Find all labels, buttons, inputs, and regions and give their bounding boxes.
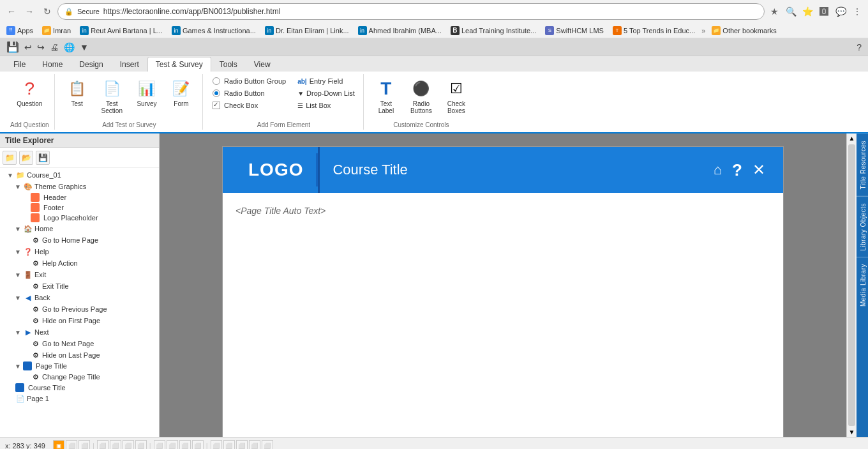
status-icon-11[interactable]: ⬜ [192, 440, 204, 450]
status-icon-15[interactable]: ⬜ [249, 440, 260, 450]
tree-item-hide-last[interactable]: ⚙ Hide on Last Page [1, 349, 158, 361]
tab-file[interactable]: File [5, 57, 34, 72]
status-icon-13[interactable]: ⬜ [223, 440, 235, 450]
list-box-button[interactable]: ☰ List Box [294, 100, 358, 111]
secure-label: Secure [77, 8, 100, 15]
qa-print[interactable]: 🖨 [49, 41, 60, 54]
tree-item-next[interactable]: ▼ ▶ Next [1, 326, 158, 338]
form-button[interactable]: 📝 Form [165, 75, 197, 110]
office-icon[interactable]: 🅾 [817, 4, 831, 19]
tree-item-hide-first[interactable]: ⚙ Hide on First Page [1, 315, 158, 326]
qa-web[interactable]: 🌐 [63, 41, 76, 54]
menu-icon[interactable]: ⋮ [850, 4, 864, 19]
tree-item-page-1[interactable]: 📄 Page 1 [1, 393, 158, 404]
status-icon-3[interactable]: ⬜ [79, 440, 90, 450]
status-icon-12[interactable]: ⬜ [211, 440, 222, 450]
more-bookmarks[interactable]: » [701, 27, 705, 34]
bookmark-ahmed[interactable]: in Ahmed Ibrahim (MBA... [355, 26, 444, 36]
tab-tools[interactable]: Tools [211, 57, 246, 72]
help-header-icon[interactable]: ? [732, 160, 742, 180]
status-icon-2[interactable]: ⬜ [66, 440, 77, 450]
home-header-icon[interactable]: ⌂ [714, 162, 722, 178]
other-bookmarks[interactable]: 📁 Other bookmarks [709, 26, 779, 36]
tree-item-help[interactable]: ▼ ❓ Help [1, 246, 158, 257]
tab-design[interactable]: Design [71, 57, 111, 72]
status-icon-10[interactable]: ⬜ [179, 440, 191, 450]
tab-insert[interactable]: Insert [112, 57, 147, 72]
bookmark-eitan[interactable]: in Dr. Eitan Eliram | Link... [262, 26, 352, 36]
tab-test-survey[interactable]: Test & Survey [147, 57, 211, 72]
tree-item-go-prev[interactable]: ⚙ Go to Previous Page [1, 303, 158, 315]
qa-help[interactable]: ? [855, 41, 863, 54]
back-button[interactable]: ← [4, 4, 19, 19]
tree-item-header[interactable]: Header [1, 192, 158, 202]
bookmark-lead[interactable]: B Lead Training Institute... [448, 26, 539, 36]
test-button[interactable]: 📋 Test [61, 75, 93, 110]
address-bar[interactable]: 🔒 Secure https://lectoraonline.com/app/B… [57, 3, 765, 20]
tab-home[interactable]: Home [34, 57, 71, 72]
status-icon-1[interactable]: ▣ [53, 440, 64, 450]
bookmark-imran[interactable]: 📁 Imran [40, 26, 73, 36]
tree-item-home[interactable]: ▼ 🏠 Home [1, 223, 158, 234]
tree-item-footer[interactable]: Footer [1, 202, 158, 213]
new-folder-btn[interactable]: 📁 [3, 151, 17, 165]
radio-group-button[interactable]: Radio Button Group [209, 75, 289, 87]
status-icon-9[interactable]: ⬜ [167, 440, 178, 450]
bookmark-swifthcm[interactable]: S SwiftHCM LMS [542, 26, 606, 36]
vtab-library-objects[interactable]: Library Objects [857, 196, 868, 257]
entry-field-button[interactable]: ab| Entry Field [294, 75, 358, 87]
close-header-icon[interactable]: ✕ [752, 161, 765, 179]
qa-undo[interactable]: ↩ [23, 41, 33, 54]
bookmark-games[interactable]: in Games & Instructiona... [169, 26, 258, 36]
check-box-button[interactable]: Check Box [209, 100, 289, 111]
forward-button[interactable]: → [22, 4, 37, 19]
scroll-thumb[interactable] [848, 144, 855, 426]
tree-item-page-title[interactable]: ▼ Page Title [1, 361, 158, 371]
favorites-icon[interactable]: ★ [767, 4, 781, 19]
status-icon-6[interactable]: ⬜ [123, 440, 134, 450]
test-section-button[interactable]: 📄 TestSection [96, 75, 128, 118]
vtab-title-resources[interactable]: Title Resources [857, 133, 868, 196]
bookmark-trends[interactable]: T 5 Top Trends in Educ... [610, 26, 698, 36]
status-icon-5[interactable]: ⬜ [110, 440, 121, 450]
tree-item-back[interactable]: ▼ ◀ Back [1, 292, 158, 303]
qa-dropdown[interactable]: ▼ [79, 41, 90, 54]
vertical-scrollbar[interactable]: ▲ ▼ [846, 133, 857, 437]
status-icon-8[interactable]: ⬜ [154, 440, 165, 450]
tree-item-go-home[interactable]: ⚙ Go to Home Page [1, 234, 158, 246]
radio-buttons-button[interactable]: ⚫ RadioButtons [405, 75, 438, 118]
save-btn[interactable]: 💾 [36, 151, 50, 165]
radio-button[interactable]: Radio Button [209, 88, 289, 99]
tree-item-course-title[interactable]: Course Title [1, 383, 158, 393]
bookmark-apps[interactable]: ⠿ Apps [4, 26, 36, 36]
scroll-up-btn[interactable]: ▲ [847, 133, 857, 143]
qa-save[interactable]: 💾 [5, 40, 20, 54]
vtab-media-library[interactable]: Media Library [857, 257, 868, 313]
reload-button[interactable]: ↻ [40, 4, 55, 19]
tree-item-go-next[interactable]: ⚙ Go to Next Page [1, 338, 158, 349]
survey-button[interactable]: 📊 Survey [131, 75, 163, 110]
tree-item-theme-graphics[interactable]: ▼ 🎨 Theme Graphics [1, 181, 158, 192]
text-label-button[interactable]: T TextLabel [370, 75, 402, 118]
skype-icon[interactable]: 💬 [834, 4, 848, 19]
tree-item-logo[interactable]: Logo Placeholder [1, 213, 158, 223]
check-boxes-button[interactable]: ☑ CheckBoxes [440, 75, 472, 118]
new-item-btn[interactable]: 📂 [19, 151, 33, 165]
star-icon[interactable]: ⭐ [800, 4, 814, 19]
tree-item-course-01[interactable]: ▼ 📁 Course_01 [1, 169, 158, 181]
tree-item-help-action[interactable]: ⚙ Help Action [1, 257, 158, 269]
tree-item-exit[interactable]: ▼ 🚪 Exit [1, 269, 158, 280]
scroll-down-btn[interactable]: ▼ [847, 427, 857, 437]
status-icon-14[interactable]: ⬜ [236, 440, 248, 450]
qa-redo[interactable]: ↪ [36, 41, 46, 54]
tab-view[interactable]: View [246, 57, 279, 72]
status-icon-7[interactable]: ⬜ [135, 440, 147, 450]
bookmark-reut[interactable]: in Reut Avni Bartana | L... [77, 26, 165, 36]
status-icon-4[interactable]: ⬜ [97, 440, 108, 450]
dropdown-button[interactable]: ▼ Drop-Down List [294, 88, 358, 99]
status-icon-16[interactable]: ⬜ [262, 440, 273, 450]
tree-item-change-page-title[interactable]: ⚙ Change Page Title [1, 371, 158, 383]
search-icon[interactable]: 🔍 [784, 4, 798, 19]
tree-item-exit-title[interactable]: ⚙ Exit Title [1, 280, 158, 292]
question-button[interactable]: ? Question [11, 75, 48, 110]
